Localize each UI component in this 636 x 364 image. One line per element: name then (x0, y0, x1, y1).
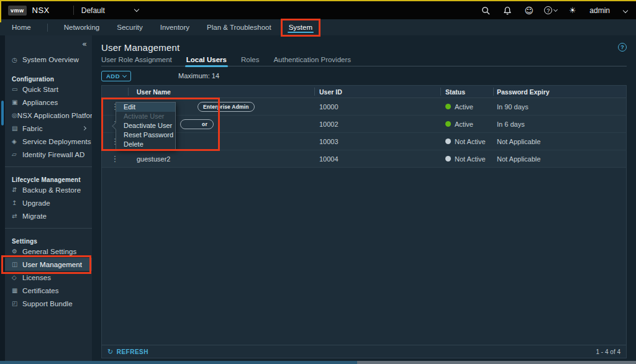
user-management-icon: ◫ (12, 261, 22, 268)
sidebar-item-nsx-application-platform[interactable]: ◎ NSX Application Platform (5, 109, 92, 122)
nav-tab-system-label: System (289, 24, 312, 31)
sidebar-item-label: Certificates (22, 287, 59, 294)
tab-local-users[interactable]: Local Users (186, 56, 227, 66)
status-active-dot (445, 104, 451, 109)
page-help-icon[interactable]: ? (618, 43, 627, 52)
quick-start-icon: ▭ (12, 86, 22, 93)
status-inactive-dot (445, 139, 451, 144)
fabric-icon: ▤ (12, 125, 22, 132)
horizontal-scrollbar-thumb[interactable] (0, 361, 357, 364)
theme-sun-icon[interactable]: ☀ (561, 6, 583, 14)
sidebar-item-migrate[interactable]: ⇄ Migrate (5, 209, 92, 222)
sidebar-section-lifecycle-management: Lifecycle Management (5, 171, 92, 183)
status-label: Active (455, 121, 473, 128)
sidebar-item-label: User Management (22, 261, 82, 268)
refresh-button-label: REFRESH (117, 348, 148, 355)
page-title: User Management (101, 42, 179, 53)
sidebar-item-label: Backup & Restore (22, 186, 81, 194)
help-menu-icon[interactable]: ? (540, 6, 561, 14)
add-user-button[interactable]: ADD (101, 71, 131, 81)
sidebar-item-system-overview[interactable]: ◷ System Overview (5, 53, 92, 66)
status-inactive-dot (445, 156, 451, 162)
horizontal-scrollbar-track[interactable] (357, 361, 636, 364)
sidebar-item-quick-start[interactable]: ▭ Quick Start (5, 83, 92, 96)
sidebar-item-upgrade[interactable]: ↥ Upgrade (5, 196, 92, 209)
table-header-password-expiry: Password Expiry (493, 86, 626, 98)
nav-tab-networking[interactable]: Networking (63, 19, 101, 35)
service-deployments-icon: ◈ (12, 138, 22, 145)
feedback-smiley-icon[interactable]: ☺ (518, 6, 540, 15)
tab-user-role-assignment[interactable]: User Role Assignment (101, 56, 172, 66)
context-menu-item-delete[interactable]: Delete (116, 140, 175, 149)
window-border-accent (0, 1, 1, 22)
system-sidebar: « ◷ System Overview Configuration ▭ Quic… (5, 35, 92, 364)
table-empty-area (102, 168, 626, 345)
sidebar-item-fabric[interactable]: ▤ Fabric (5, 122, 92, 135)
table-footer: ↻ REFRESH 1 - 4 of 4 (102, 345, 626, 358)
project-selector[interactable]: Default (81, 6, 139, 15)
sidebar-divider (5, 166, 92, 167)
sidebar-item-label: Quick Start (22, 86, 58, 93)
refresh-button[interactable]: ↻ REFRESH (107, 348, 148, 356)
appliances-icon: ▣ (12, 99, 22, 106)
top-bar: vmw NSX Default ☺ ? ☀ admin (0, 1, 636, 19)
sidebar-section-settings: Settings (5, 232, 92, 245)
status-cell: Not Active (440, 150, 493, 167)
horizontal-scrollbar[interactable] (0, 361, 636, 364)
status-label: Active (455, 103, 473, 111)
sidebar-item-label: Support Bundle (22, 300, 73, 307)
sidebar-item-user-management[interactable]: ◫ User Management (5, 258, 92, 271)
chevron-down-icon[interactable] (623, 7, 628, 12)
chevron-right-icon (82, 126, 86, 130)
table-row[interactable]: ⋮ Enterprise Admin 10000 Active In 90 da… (102, 98, 626, 116)
nav-tab-inventory[interactable]: Inventory (159, 19, 191, 35)
vmware-logo: vmw (8, 6, 27, 16)
sidebar-item-backup-restore[interactable]: ⇵ Backup & Restore (5, 183, 92, 196)
row-actions-context-menu: Edit Activate User Deactivate User Reset… (116, 102, 176, 150)
table-row[interactable]: ⋮ 10003 Not Active Not Applicable (102, 133, 626, 150)
sidebar-item-label: General Settings (22, 248, 76, 255)
support-bundle-icon: ◰ (12, 300, 22, 307)
nav-tab-home[interactable]: Home (11, 19, 32, 35)
sidebar-item-label: Identity Firewall AD (22, 151, 84, 158)
context-menu-item-reset-password[interactable]: Reset Password (116, 130, 175, 140)
nav-tab-system[interactable]: System (288, 19, 314, 35)
table-row[interactable]: ⋮ or 10002 Active In 6 days (102, 116, 626, 133)
local-users-table: User Name User ID Status Password Expiry… (101, 85, 627, 358)
topbar-divider (73, 6, 74, 15)
sidebar-collapse-icon[interactable]: « (82, 39, 87, 48)
sidebar-item-appliances[interactable]: ▣ Appliances (5, 96, 92, 109)
upgrade-icon: ↥ (12, 199, 22, 206)
tab-roles[interactable]: Roles (241, 56, 259, 66)
sidebar-item-general-settings[interactable]: ⚙ General Settings (5, 245, 92, 258)
sidebar-item-service-deployments[interactable]: ◈ Service Deployments (5, 135, 92, 148)
user-management-tabs: User Role Assignment Local Users Roles A… (101, 56, 627, 66)
sidebar-item-label: Service Deployments (22, 138, 91, 145)
search-icon[interactable] (475, 6, 496, 15)
nav-tab-security[interactable]: Security (116, 19, 144, 35)
sidebar-item-certificates[interactable]: ▦ Certificates (5, 284, 92, 297)
user-menu-label[interactable]: admin (589, 6, 610, 15)
application-platform-icon: ◎ (12, 112, 17, 119)
sidebar-item-licenses[interactable]: ◇ Licenses (5, 271, 92, 284)
table-header-user-id: User ID (314, 86, 440, 98)
identity-firewall-icon: ▱ (12, 151, 22, 158)
user-id-cell: 10000 (314, 98, 440, 115)
tab-authentication-providers[interactable]: Authentication Providers (273, 56, 351, 66)
sidebar-item-label: Licenses (22, 274, 51, 281)
refresh-icon: ↻ (107, 348, 114, 356)
row-actions-menu-icon[interactable]: ⋮ (102, 150, 128, 167)
main-content: User Management ? User Role Assignment L… (92, 35, 636, 364)
sidebar-item-identity-firewall-ad[interactable]: ▱ Identity Firewall AD (5, 148, 92, 161)
notifications-bell-icon[interactable] (496, 6, 518, 15)
table-row[interactable]: ⋮ guestuser2 10004 Not Active Not Applic… (102, 150, 626, 168)
context-menu-item-edit[interactable]: Edit (116, 102, 175, 112)
sidebar-scrollbar-thumb[interactable] (1, 101, 4, 125)
status-label: Not Active (455, 155, 486, 163)
sidebar-section-configuration: Configuration (5, 70, 92, 83)
context-menu-item-deactivate-user[interactable]: Deactivate User (116, 121, 175, 130)
status-cell: Active (440, 116, 493, 132)
sidebar-scrollbar[interactable] (0, 35, 5, 364)
nav-tab-plan-troubleshoot[interactable]: Plan & Troubleshoot (206, 19, 273, 35)
sidebar-item-support-bundle[interactable]: ◰ Support Bundle (5, 297, 92, 310)
